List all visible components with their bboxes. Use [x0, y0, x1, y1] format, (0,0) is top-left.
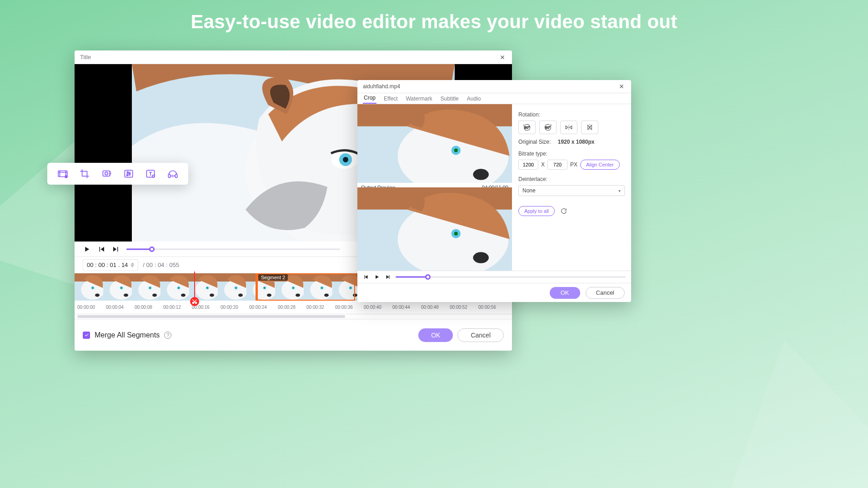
- seek-slider[interactable]: [126, 245, 340, 253]
- height-input[interactable]: [547, 160, 567, 170]
- step-back-icon[interactable]: [363, 274, 369, 280]
- panel-tabs: Crop Effect Watermark Subtitle Audio: [357, 93, 631, 105]
- merge-checkbox[interactable]: [83, 332, 90, 339]
- timeline-thumb[interactable]: [161, 273, 189, 301]
- ruler-tick: 00:00:36: [335, 305, 364, 310]
- ruler-tick: 00:00:28: [278, 305, 306, 310]
- cancel-button[interactable]: Cancel: [457, 328, 504, 342]
- px-label: PX: [570, 161, 577, 168]
- svg-point-38: [473, 252, 489, 263]
- timeline-thumb[interactable]: [332, 273, 361, 301]
- ruler-tick: 00:00:52: [450, 305, 478, 310]
- editor-footer: Merge All Segments ? OK Cancel: [75, 319, 512, 351]
- ok-button[interactable]: OK: [418, 328, 453, 342]
- svg-point-20: [105, 172, 108, 175]
- timeline-thumb[interactable]: [189, 273, 218, 301]
- crop-source-preview[interactable]: [357, 104, 512, 187]
- deinterlace-value: None: [522, 187, 536, 194]
- crop-output-preview: [357, 187, 512, 271]
- panel-titlebar: aiduhfiahd.mp4: [357, 80, 631, 93]
- panel-cancel-button[interactable]: Cancel: [586, 287, 625, 299]
- tab-crop[interactable]: Crop: [363, 95, 376, 104]
- ruler-tick: 00:00:12: [163, 305, 192, 310]
- timeline-thumb[interactable]: [218, 273, 246, 301]
- timeline-thumb[interactable]: [132, 273, 161, 301]
- svg-point-16: [195, 302, 197, 304]
- bitrate-label: Bitrate type:: [518, 151, 625, 157]
- ruler-tick: 00:00:40: [364, 305, 392, 310]
- ruler-tick: 00:00:24: [249, 305, 278, 310]
- svg-point-33: [473, 169, 489, 180]
- original-size-value: 1920 x 1080px: [558, 139, 595, 145]
- flip-horizontal-button[interactable]: [560, 121, 577, 134]
- panel-footer: OK Cancel: [357, 283, 631, 302]
- crop-panel: aiduhfiahd.mp4 Crop Effect Watermark Sub…: [357, 80, 631, 302]
- reset-icon[interactable]: [560, 207, 567, 215]
- timeline-thumb[interactable]: [103, 273, 132, 301]
- effect-icon[interactable]: [101, 168, 113, 180]
- decorative-triangle: [669, 316, 868, 488]
- timeline-thumb[interactable]: [304, 273, 332, 301]
- trim-icon[interactable]: [57, 168, 69, 180]
- svg-point-23: [129, 173, 130, 175]
- panel-ok-button[interactable]: OK: [550, 287, 580, 299]
- crop-controls: Rotation: 90° 90° Original Size: 1920 x …: [512, 104, 631, 271]
- svg-text:90°: 90°: [545, 126, 550, 130]
- tab-effect[interactable]: Effect: [383, 96, 398, 104]
- tab-subtitle[interactable]: Subtitle: [440, 96, 460, 104]
- ruler-tick: 00:00:08: [135, 305, 163, 310]
- timeline-scrollbar[interactable]: [75, 314, 512, 319]
- editor-title: Title: [80, 54, 91, 60]
- svg-point-24: [126, 175, 128, 176]
- original-size-label: Original Size:: [518, 139, 551, 145]
- playhead[interactable]: [194, 272, 195, 302]
- crop-icon[interactable]: [79, 168, 90, 180]
- timeline-thumb[interactable]: [75, 273, 103, 301]
- deinterlace-select[interactable]: None ▾: [518, 185, 625, 196]
- help-icon[interactable]: ?: [164, 332, 171, 339]
- adjust-icon[interactable]: [123, 168, 135, 180]
- width-input[interactable]: [518, 160, 538, 170]
- close-icon[interactable]: [498, 53, 507, 61]
- ruler-tick: 00:00:00: [77, 305, 106, 310]
- panel-seek-slider[interactable]: [396, 273, 626, 281]
- svg-point-37: [454, 232, 458, 236]
- text-icon[interactable]: [145, 168, 156, 180]
- timeline-ruler: 00:00:00 00:00:04 00:00:08 00:00:12 00:0…: [75, 301, 512, 314]
- apply-all-button[interactable]: Apply to all: [518, 206, 555, 216]
- align-center-button[interactable]: Align Center: [580, 160, 620, 170]
- timecode-spinner[interactable]: [130, 262, 134, 267]
- panel-filename: aiduhfiahd.mp4: [363, 83, 400, 90]
- ruler-tick: 00:00:04: [106, 305, 135, 310]
- svg-point-15: [192, 302, 194, 304]
- preview-column: Output Preview 04:00/11:00: [357, 104, 512, 271]
- tab-watermark[interactable]: Watermark: [405, 96, 433, 104]
- ruler-tick: 00:00:44: [392, 305, 421, 310]
- x-label: X: [541, 161, 545, 168]
- svg-point-32: [454, 149, 458, 152]
- svg-text:90°: 90°: [524, 126, 529, 130]
- rotate-cw-button[interactable]: 90°: [539, 121, 557, 134]
- svg-rect-28: [175, 174, 177, 178]
- next-icon[interactable]: [112, 245, 120, 253]
- step-forward-icon[interactable]: [385, 274, 391, 280]
- play-icon[interactable]: [83, 245, 91, 253]
- rotate-ccw-button[interactable]: 90°: [518, 121, 536, 134]
- svg-point-6: [343, 157, 348, 162]
- rotation-label: Rotation:: [518, 111, 625, 118]
- segment-label: Segment 2: [258, 274, 288, 281]
- timecode-input[interactable]: 00 : 00 : 01 . 14: [83, 259, 138, 271]
- prev-icon[interactable]: [97, 245, 105, 253]
- deinterlace-label: Deinterlace:: [518, 176, 625, 182]
- svg-point-22: [127, 171, 129, 173]
- flip-vertical-button[interactable]: [581, 121, 598, 134]
- editor-titlebar: Title: [75, 50, 512, 64]
- floating-toolbar: [47, 163, 188, 185]
- duration-label: / 00 : 04 : 055: [143, 262, 179, 268]
- close-icon[interactable]: [617, 82, 626, 91]
- play-icon[interactable]: [374, 274, 380, 280]
- audio-icon[interactable]: [167, 168, 179, 180]
- chevron-down-icon: ▾: [618, 188, 621, 193]
- tab-audio[interactable]: Audio: [466, 96, 482, 104]
- segment-divider: [256, 273, 258, 301]
